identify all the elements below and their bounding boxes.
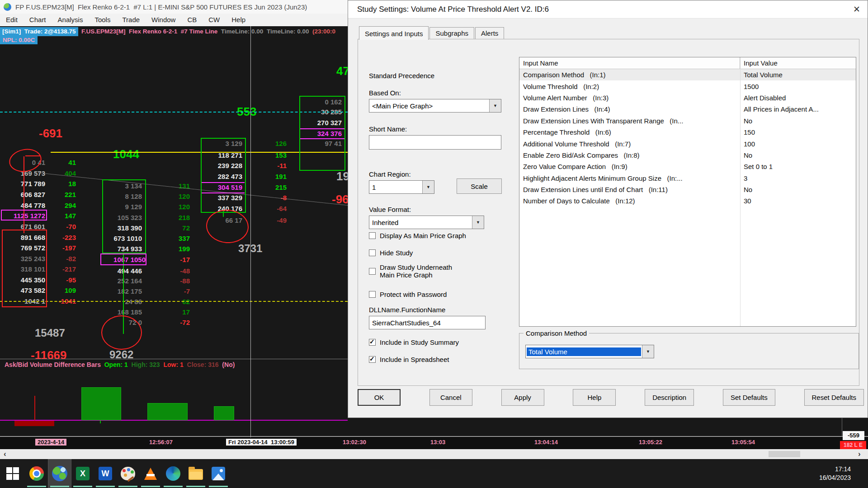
checkbox-unchecked-icon[interactable] xyxy=(369,232,376,239)
volume-diff-bar xyxy=(81,387,121,420)
running-app-indicator xyxy=(73,486,92,487)
tab-settings-and-inputs[interactable]: Settings and Inputs xyxy=(359,26,429,40)
menu-item-edit[interactable]: Edit xyxy=(0,14,24,26)
checkbox-checked-icon[interactable] xyxy=(369,339,376,346)
taskbar-icon-start[interactable] xyxy=(0,459,25,488)
drawing-ellipse xyxy=(101,315,142,350)
chart-line xyxy=(0,301,348,302)
checkbox-unchecked-icon[interactable] xyxy=(369,268,376,275)
window-title: FP F.US.EPM23[M] Flex Renko 6-2-1 #7 L:1… xyxy=(15,3,307,11)
taskbar-icon-chrome[interactable] xyxy=(25,459,48,488)
inputs-table[interactable]: Input Name Input Value Comparison Method… xyxy=(519,57,856,327)
dll-function-input[interactable]: SierraChartStudies_64 xyxy=(369,316,486,329)
column-header-input-name[interactable]: Input Name xyxy=(519,57,740,69)
checkbox-unchecked-icon[interactable] xyxy=(369,291,376,298)
chart-number: 221 xyxy=(48,190,76,199)
menu-item-cw[interactable]: CW xyxy=(203,14,226,26)
table-row[interactable]: Draw Extension Lines With Transparent Ra… xyxy=(519,115,856,127)
table-row[interactable]: Comparison Method (In:1)Total Volume xyxy=(519,69,856,80)
based-on-select[interactable]: <Main Price Graph> ▼ xyxy=(369,99,501,113)
taskbar-clock[interactable]: 17:14 16/04/2023 xyxy=(819,465,868,482)
scroll-right-icon[interactable]: › xyxy=(858,449,861,459)
reset-defaults-button[interactable]: Reset Defaults xyxy=(804,389,864,406)
checkbox-include-in-study-summary[interactable]: Include in Study Summary xyxy=(369,338,459,346)
table-row[interactable]: Enable Zero Bid/Ask Compares (In:8)No xyxy=(519,150,856,161)
short-name-input[interactable] xyxy=(369,135,501,150)
time-axis-label: 13:05:22 xyxy=(639,439,662,446)
input-name-cell: Volume Threshold (In:2) xyxy=(519,83,740,90)
table-row[interactable]: Percentage Threshold (In:6)150 xyxy=(519,127,856,138)
taskbar-icon-file-explorer[interactable] xyxy=(184,459,207,488)
chart-highlight-box xyxy=(102,179,146,253)
taskbar-icon-vlc[interactable] xyxy=(139,459,162,488)
menu-item-trade[interactable]: Trade xyxy=(116,14,146,26)
last-price-badge: 182 L E xyxy=(840,441,866,449)
checkbox-display-as-main-price-graph[interactable]: Display As Main Price Graph xyxy=(369,232,466,239)
tab-subgraphs[interactable]: Subgraphs xyxy=(429,27,474,39)
dialog-titlebar[interactable]: Study Settings: Volume At Price Threshol… xyxy=(348,0,868,19)
checkbox-draw-study-underneath-main-pri[interactable]: Draw Study Underneath Main Price Graph xyxy=(369,263,452,279)
chart-number: 484 778 xyxy=(4,201,45,210)
close-icon[interactable]: ✕ xyxy=(853,0,860,19)
table-row[interactable]: Volume Threshold (In:2)1500 xyxy=(519,80,856,92)
chevron-down-icon[interactable]: ▼ xyxy=(642,345,654,358)
checkbox-hide-study[interactable]: Hide Study xyxy=(369,249,413,257)
description-button[interactable]: Description xyxy=(645,389,694,406)
chart-scrollbar[interactable]: ‹ › xyxy=(0,449,868,459)
taskbar-icon-excel[interactable]: X xyxy=(71,459,94,488)
taskbar-icon-edge[interactable] xyxy=(162,459,184,488)
start-icon xyxy=(6,467,19,480)
scale-button[interactable]: Scale xyxy=(457,178,502,194)
ok-button[interactable]: OK xyxy=(358,389,401,406)
taskbar-icon-sierra-chart[interactable] xyxy=(48,459,71,488)
input-value-cell: 100 xyxy=(740,140,856,148)
subpane-label-segment: Open: 1 xyxy=(103,361,130,368)
value-format-select[interactable]: Inherited ▼ xyxy=(369,216,484,229)
taskbar-icon-paint[interactable] xyxy=(117,459,139,488)
chevron-down-icon[interactable]: ▼ xyxy=(472,216,484,229)
taskbar-icon-word[interactable]: W xyxy=(94,459,117,488)
menu-item-analysis[interactable]: Analysis xyxy=(52,14,89,26)
table-row[interactable]: Additional Volume Threshold (In:7)100 xyxy=(519,138,856,149)
taskbar-icon-photos[interactable] xyxy=(207,459,230,488)
table-row[interactable]: Volume Alert Number (In:3)Alert Disabled xyxy=(519,92,856,103)
table-row[interactable]: Draw Extension Lines (In:4)All Prices in… xyxy=(519,103,856,115)
running-app-indicator xyxy=(27,486,46,487)
column-header-input-value[interactable]: Input Value xyxy=(740,57,856,69)
vlc-icon xyxy=(144,468,157,480)
set-defaults-button[interactable]: Set Defaults xyxy=(723,389,775,406)
checkbox-unchecked-icon[interactable] xyxy=(369,249,376,256)
checkbox-protect-with-password[interactable]: Protect with Password xyxy=(369,291,447,298)
apply-button[interactable]: Apply xyxy=(501,389,544,406)
checkbox-checked-icon[interactable] xyxy=(369,356,376,363)
checkbox-label: Display As Main Price Graph xyxy=(380,232,466,239)
inputs-table-header[interactable]: Input Name Input Value xyxy=(519,57,856,69)
chevron-down-icon[interactable]: ▼ xyxy=(489,99,501,112)
chart-highlight-box xyxy=(100,253,146,265)
comparison-method-select[interactable]: Total Volume ▼ xyxy=(525,345,654,358)
taskbar-icons: XW xyxy=(0,459,230,488)
chart-number: -17 xyxy=(165,255,190,264)
chart-number: -49 xyxy=(260,216,287,225)
table-row[interactable]: Zero Value Compare Action (In:9)Set 0 to… xyxy=(519,161,856,172)
menu-item-tools[interactable]: Tools xyxy=(89,14,116,26)
scroll-left-icon[interactable]: ‹ xyxy=(4,449,6,459)
menu-item-chart[interactable]: Chart xyxy=(24,14,52,26)
cancel-button[interactable]: Cancel xyxy=(429,389,472,406)
table-row[interactable]: Highlight Adjacent Alerts Minimum Group … xyxy=(519,173,856,184)
chart-region-select[interactable]: 1 ▼ xyxy=(369,180,434,194)
menu-item-window[interactable]: Window xyxy=(146,14,181,26)
menu-item-cb[interactable]: CB xyxy=(181,14,203,26)
scrollbar-thumb[interactable] xyxy=(769,451,800,457)
time-axis: 2023-4-1412:56:07Fri 2023-04-14 13:00:59… xyxy=(0,437,868,449)
chart-number: 147 xyxy=(48,211,76,221)
chevron-down-icon[interactable]: ▼ xyxy=(422,181,434,193)
chart-highlight-box xyxy=(299,96,345,171)
chart-number: 199 xyxy=(165,244,190,253)
table-row[interactable]: Number of Days to Calculate (In:12)30 xyxy=(519,195,856,206)
help-button[interactable]: Help xyxy=(573,389,616,406)
table-row[interactable]: Draw Extension Lines until End of Chart … xyxy=(519,184,856,195)
tab-alerts[interactable]: Alerts xyxy=(475,27,504,39)
checkbox-include-in-spreadsheet[interactable]: Include in Spreadsheet xyxy=(369,356,449,363)
menu-item-help[interactable]: Help xyxy=(226,14,251,26)
